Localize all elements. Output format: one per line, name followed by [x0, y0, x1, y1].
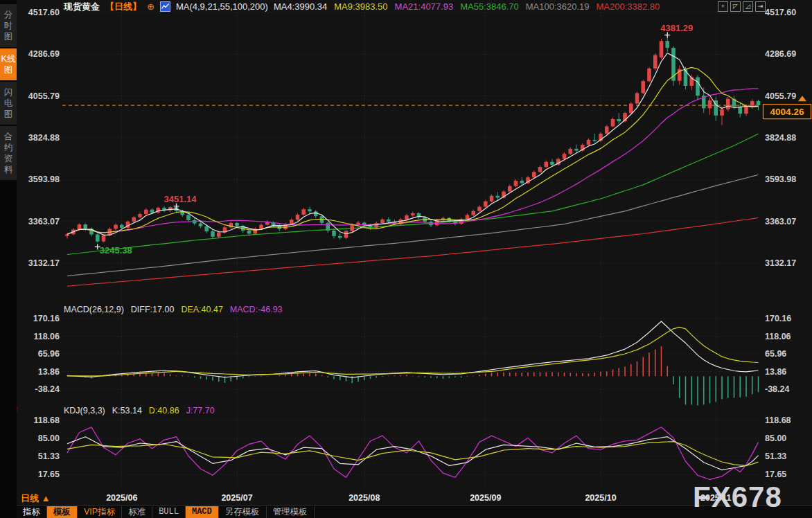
y-axis-label: 3363.07	[28, 217, 60, 226]
tab-模板[interactable]: 模板	[47, 506, 78, 518]
kdj-j-value: J:77.70	[186, 406, 215, 416]
ma-values: MA4:3990.34MA9:3983.50MA21:4077.93MA55:3…	[274, 1, 660, 12]
ma-value-label: MA9:3983.50	[334, 1, 387, 12]
y-axis-label: 118.68	[765, 416, 791, 425]
y-axis-label: 3824.88	[765, 133, 796, 143]
ma-value-label: MA200:3382.80	[597, 1, 660, 12]
y-axis-label: 118.06	[33, 332, 60, 341]
axis-scale-left-icon[interactable]: ◸	[730, 1, 741, 12]
y-axis-label: 3132.17	[765, 258, 796, 268]
price-annotation: 3245.38	[100, 245, 132, 256]
current-price-tag: 4004.26	[770, 107, 804, 117]
y-axis-label: 3593.98	[28, 175, 60, 184]
y-axis-label: 51.33	[38, 452, 60, 461]
sidebar-item-闪电图[interactable]: 闪电图	[0, 82, 17, 125]
y-axis-label: 51.33	[765, 452, 786, 461]
kdj-header: KDJ(9,3,3) K:53.14 D:40.86 J:77.70	[64, 406, 215, 416]
y-axis-label: 13.86	[765, 367, 786, 377]
y-axis-label: 4055.79	[765, 91, 796, 101]
tab-另存模板[interactable]: 另存模板	[219, 506, 267, 518]
x-axis-label: 2025/09	[470, 493, 501, 503]
pan-icon[interactable]: +	[718, 1, 728, 12]
ma-value-label: MA100:3620.19	[526, 1, 590, 12]
price-annotation: 4381.29	[660, 23, 693, 33]
ma-value-label: MA55:3846.70	[460, 1, 519, 12]
y-axis-label: -38.24	[765, 384, 789, 394]
y-axis-label: 4517.60	[765, 8, 796, 17]
x-axis-label: 2025/10	[585, 493, 616, 503]
y-axis-label: 3824.88	[28, 133, 60, 143]
y-axis-label: 4517.60	[28, 8, 60, 17]
y-axis-label: 4286.69	[765, 49, 796, 59]
y-axis-label: 118.06	[765, 332, 791, 341]
tab-标准[interactable]: 标准	[122, 506, 152, 518]
ma-value-label: MA4:3990.34	[274, 1, 327, 12]
ma-settings-label: MA(4,9,21,55,100,200)	[176, 1, 268, 12]
macd-title[interactable]: MACD(26,12,9)	[64, 305, 124, 314]
y-axis-label: 3132.17	[28, 258, 60, 268]
chart-type-icon[interactable]	[160, 1, 170, 12]
ma-value-label: MA21:4077.93	[395, 1, 454, 12]
x-axis-label: 2025/06	[106, 493, 137, 503]
tab-BULL[interactable]: BULL	[152, 506, 186, 518]
x-axis-label: 2025/07	[221, 493, 252, 503]
circle-plus-icon[interactable]: ⊕	[147, 1, 155, 12]
watermark: FX678	[693, 481, 782, 514]
axis-scale-right-icon[interactable]: ◿	[743, 1, 753, 12]
macd-diff-value: DIFF:17.00	[131, 305, 175, 314]
y-axis-label: 4055.79	[28, 91, 60, 101]
y-axis-label: 170.16	[765, 314, 791, 323]
chart-tool-icons: +◸◿⇥	[718, 1, 766, 12]
symbol-name: 现货黄金	[64, 1, 100, 13]
timeframe-selector[interactable]: 日线 ▲	[21, 492, 51, 505]
period-tag[interactable]: 【日线】	[105, 1, 141, 13]
macd-macd-value: MACD:-46.93	[230, 305, 283, 314]
chevron-up-icon: ▲	[42, 493, 51, 503]
y-axis-label: 3363.07	[765, 217, 796, 226]
tab-指标[interactable]: 指标	[17, 506, 47, 518]
sidebar-item-分时图[interactable]: 分时图	[0, 4, 17, 47]
y-axis-label: 65.96	[765, 349, 786, 359]
price-chart[interactable]: 4517.604517.604286.694286.694055.794055.…	[0, 0, 812, 518]
y-axis-label: 13.86	[38, 367, 60, 377]
sidebar: 分时图K线图闪电图合约资料	[0, 0, 17, 518]
macd-header: MACD(26,12,9) DIFF:17.00 DEA:40.47 MACD:…	[64, 305, 283, 314]
y-axis-label: 85.00	[38, 434, 60, 443]
app-window: 4517.604517.604286.694286.694055.794055.…	[0, 0, 812, 518]
sidebar-item-K线图[interactable]: K线图	[0, 48, 17, 80]
tab-VIP指标[interactable]: VIP指标	[78, 506, 122, 518]
tab-MACD[interactable]: MACD	[186, 506, 219, 518]
macd-dea-value: DEA:40.47	[181, 305, 222, 314]
y-axis-label: 170.16	[33, 314, 60, 323]
price-annotation: 3451.14	[164, 194, 197, 204]
y-axis-label: -38.24	[35, 384, 60, 394]
kdj-title[interactable]: KDJ(9,3,3)	[64, 406, 105, 416]
y-axis-label: 118.68	[33, 416, 60, 425]
kdj-d-value: D:40.86	[149, 406, 179, 416]
sidebar-item-合约资料[interactable]: 合约资料	[0, 126, 17, 180]
y-axis-label: 17.65	[765, 470, 786, 479]
collapse-panel-icon[interactable]: ⇥	[755, 1, 766, 12]
y-axis-label: 3593.98	[765, 175, 796, 184]
y-axis-label: 85.00	[765, 434, 786, 443]
kdj-k-value: K:53.14	[112, 406, 142, 416]
y-axis-label: 65.96	[38, 349, 60, 359]
y-axis-label: 17.65	[38, 470, 60, 479]
timeframe-label: 日线	[21, 493, 39, 503]
tab-管理模板[interactable]: 管理模板	[267, 506, 315, 518]
chart-header: 现货黄金 【日线】 ⊕ MA(4,9,21,55,100,200) MA4:39…	[64, 1, 660, 12]
y-axis-label: 4286.69	[28, 49, 60, 59]
x-axis-label: 2025/08	[348, 493, 380, 503]
